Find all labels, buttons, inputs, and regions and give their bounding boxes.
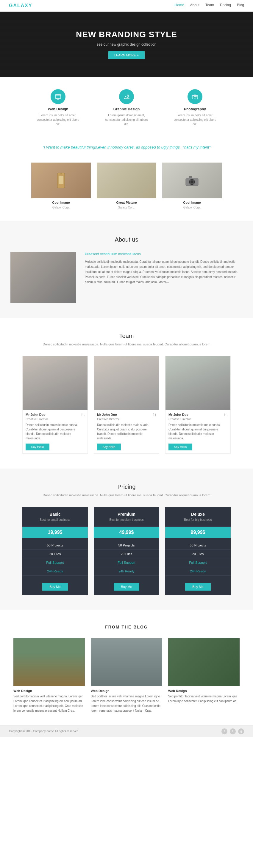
pricing-premium-header: Premium Best for medium business <box>94 507 159 527</box>
portfolio-grid: Cool Image Galaxy Corp. Great Picture Ga… <box>9 162 244 209</box>
portfolio-item-2: Great Picture Galaxy Corp. <box>97 162 156 209</box>
footer-google-icon[interactable]: g <box>238 728 244 734</box>
blog-post-1: Web Design Sed porttitor lacinia velit v… <box>13 638 85 713</box>
nav-links: Home About Team Pricing Blog <box>175 3 244 8</box>
pricing-deluxe-f0: 50 Projects <box>165 541 231 550</box>
portfolio-item-2-subtitle: Galaxy Corp. <box>118 206 135 209</box>
pricing-deluxe-header: Deluxe Best for big business <box>165 507 231 527</box>
portfolio-item-1-title: Cool Image <box>31 201 91 204</box>
nav-about[interactable]: About <box>190 3 200 8</box>
team-name-row-3: Mr John Doe f t <box>169 413 227 416</box>
hero-content: NEW BRANDING STYLE see our new graphic d… <box>76 30 177 59</box>
nav-pricing[interactable]: Pricing <box>220 3 231 8</box>
pricing-subtitle: Donec sollicitudin molestie malesuada. N… <box>9 493 244 498</box>
team-card-3: Mr John Doe f t Creative Director Donec … <box>165 356 231 454</box>
feature-webdesign-desc: Lorem ipsum dolor sit amet, consectetur … <box>36 113 80 126</box>
team-btn-2[interactable]: Say Hello <box>97 443 121 451</box>
photography-icon <box>187 89 203 104</box>
facebook-icon-3[interactable]: f <box>224 413 225 416</box>
feature-graphicdesign-desc: Lorem ipsum dolor sit amet, consectetur … <box>104 113 149 126</box>
twitter-icon-2[interactable]: t <box>155 413 156 416</box>
pricing-premium-f3: 24h Ready <box>94 567 159 576</box>
team-social-1: f t <box>81 413 84 416</box>
pricing-grid: Basic Best for small business 19,99$ 50 … <box>9 507 244 595</box>
team-info-2: Mr John Doe f t Creative Director Donec … <box>94 410 159 454</box>
feature-webdesign-title: Web Design <box>36 107 80 111</box>
team-btn-1[interactable]: Say Hello <box>26 443 49 451</box>
portfolio-item-2-title: Great Picture <box>97 201 156 204</box>
team-social-3: f t <box>224 413 227 416</box>
blog-img-3-inner <box>168 638 240 686</box>
team-title: Team <box>9 333 244 339</box>
quote-text: "I Want to make beautiful things,even if… <box>18 144 235 151</box>
blog-title: FROM THE BLOG <box>9 625 244 629</box>
svg-rect-14 <box>189 176 192 178</box>
navbar: GALAXY Home About Team Pricing Blog <box>0 0 253 12</box>
feature-photography-title: Photography <box>173 107 217 111</box>
facebook-icon-2[interactable]: f <box>153 413 154 416</box>
team-member-3-name: Mr John Doe <box>169 413 188 416</box>
blog-category-1: Web Design <box>13 689 85 692</box>
pricing-basic-btn[interactable]: Buy Me <box>42 583 68 591</box>
about-title: About us <box>9 236 244 243</box>
nav-blog[interactable]: Blog <box>237 3 244 8</box>
twitter-icon-3[interactable]: t <box>226 413 227 416</box>
pricing-deluxe-features: 50 Projects 20 Files Full Support 24h Re… <box>165 538 231 579</box>
portfolio-item-1: Cool Image Galaxy Corp. <box>31 162 91 209</box>
pricing-premium-features: 50 Projects 20 Files Full Support 24h Re… <box>94 538 159 579</box>
team-member-3-desc: Donec sollicitudin molestie male suada. … <box>169 423 227 440</box>
pricing-basic-name: Basic <box>25 512 85 517</box>
feature-graphicdesign-title: Graphic Design <box>104 107 149 111</box>
team-btn-3[interactable]: Say Hello <box>169 443 192 451</box>
blog-category-3: Web Design <box>168 689 240 692</box>
blog-post-3: Web Design Sed porttitor lacinia velit v… <box>168 638 240 713</box>
portfolio-img-2 <box>97 162 156 198</box>
pricing-premium-btn[interactable]: Buy Me <box>114 583 139 591</box>
feature-photography-desc: Lorem ipsum dolor sit amet, consectetur … <box>173 113 217 126</box>
feature-graphicdesign: Graphic Design Lorem ipsum dolor sit ame… <box>104 89 149 126</box>
pricing-deluxe-f1: 20 Files <box>165 550 231 558</box>
pricing-premium: Premium Best for medium business 49,99$ … <box>94 507 159 595</box>
portfolio-section: Cool Image Galaxy Corp. Great Picture Ga… <box>0 157 253 221</box>
portfolio-img-1 <box>31 162 91 198</box>
pricing-deluxe-btn[interactable]: Buy Me <box>185 583 210 591</box>
portfolio-item-3: Cool Image Galaxy Corp. <box>162 162 222 209</box>
pricing-deluxe-f3: 24h Ready <box>165 567 231 576</box>
team-member-1-name: Mr John Doe <box>26 413 45 416</box>
hero-subtitle: see our new graphic design collection <box>76 42 177 46</box>
pricing-basic-header: Basic Best for small business <box>22 507 88 527</box>
team-photo-1-inner <box>23 356 87 410</box>
svg-rect-0 <box>56 95 61 98</box>
team-member-3-role: Creative Director <box>169 417 227 421</box>
feature-webdesign: Web Design Lorem ipsum dolor sit amet, c… <box>36 89 80 126</box>
footer-twitter-icon[interactable]: t <box>230 728 236 734</box>
svg-point-4 <box>128 95 129 96</box>
blog-post-2: Web Design Sed porttitor lacinia velit v… <box>91 638 162 713</box>
about-image-inner <box>10 252 76 303</box>
facebook-icon-1[interactable]: f <box>81 413 82 416</box>
nav-logo: GALAXY <box>9 3 32 8</box>
team-grid: Mr John Doe f t Creative Director Donec … <box>9 356 244 454</box>
about-text-block: Praesent vestibulum molestie lacus Moles… <box>85 252 243 303</box>
blog-img-1 <box>13 638 85 686</box>
pricing-basic-f0: 50 Projects <box>22 541 88 550</box>
pricing-section: Pricing Donec sollicitudin molestie male… <box>0 469 253 610</box>
about-description: Molestie sollicitudin molestie malesuada… <box>85 259 243 285</box>
team-info-3: Mr John Doe f t Creative Director Donec … <box>166 410 230 454</box>
portfolio-item-3-subtitle: Galaxy Corp. <box>183 206 201 209</box>
pricing-basic-f1: 20 Files <box>22 550 88 558</box>
footer-facebook-icon[interactable]: f <box>221 728 227 734</box>
team-section: Team Donec sollicitudin molestie malesua… <box>0 318 253 469</box>
team-card-1: Mr John Doe f t Creative Director Donec … <box>22 356 88 454</box>
twitter-icon-1[interactable]: t <box>84 413 84 416</box>
blog-excerpt-1: Sed porttitor lacinia velit vitamine mag… <box>13 694 85 713</box>
nav-team[interactable]: Team <box>205 3 214 8</box>
hero-cta-button[interactable]: LEARN MORE + <box>108 51 145 59</box>
pricing-premium-f2: Full Support <box>94 558 159 567</box>
pricing-deluxe-price: 99,99$ <box>165 527 231 538</box>
pricing-deluxe-tagline: Best for big business <box>184 518 212 521</box>
pricing-premium-name: Premium <box>97 512 156 517</box>
pricing-title: Pricing <box>9 484 244 490</box>
nav-home[interactable]: Home <box>175 3 184 8</box>
svg-rect-10 <box>59 176 63 184</box>
